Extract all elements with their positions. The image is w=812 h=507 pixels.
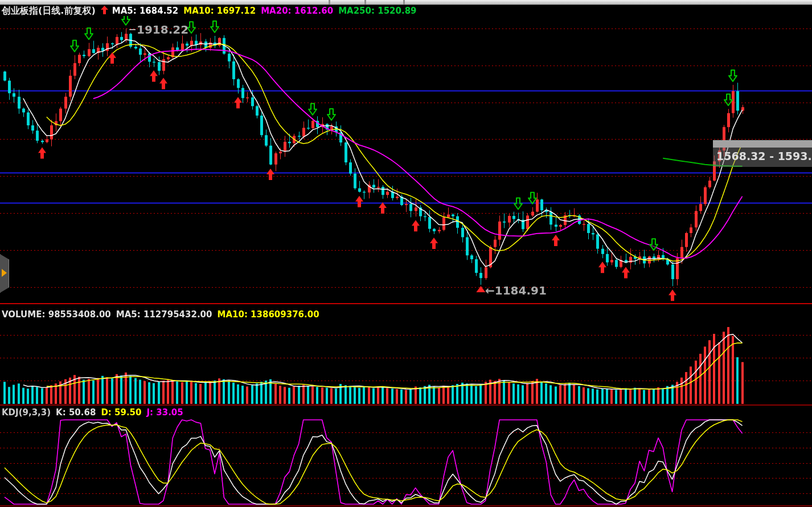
chart-canvas[interactable] (0, 0, 812, 507)
symbol-title: 创业板指(日线.前复权) (2, 5, 96, 16)
kdj-pane-header: KDJ(9,3,3)K: 50.68D: 59.50J: 33.05 (2, 407, 194, 418)
expand-arrow-icon (2, 269, 7, 277)
indicator-value: VOLUME: 98553408.00 (2, 309, 111, 320)
low-price-label: ←1184.91 (485, 284, 547, 297)
gap-range-tooltip: 1568.32 - 1593.26 (713, 140, 812, 167)
pane-separator (0, 303, 812, 304)
indicator-value: MA10: 138609376.00 (217, 309, 319, 320)
gap-range-tooltip-bar (713, 140, 812, 148)
toolbar-divider (403, 0, 405, 5)
indicator-value: D: 59.50 (101, 407, 141, 418)
indicator-value: MA250: 1520.89 (338, 6, 416, 16)
pane-separator (0, 505, 812, 506)
main-pane-header: 创业板指(日线.前复权) MA5: 1684.52MA10: 1697.12MA… (2, 5, 427, 17)
toolbar-divider (364, 0, 366, 5)
trend-up-icon (101, 6, 108, 14)
ma-values: MA5: 1684.52MA10: 1697.12MA20: 1612.60MA… (112, 6, 422, 16)
kdj-indicator-name: KDJ(9,3,3) (2, 407, 51, 418)
kdj-values: K: 50.68D: 59.50J: 33.05 (56, 407, 188, 418)
panel-expand-handle[interactable] (0, 254, 9, 293)
indicator-value: MA10: 1697.12 (183, 6, 256, 16)
volume-pane-header: VOLUME: 98553408.00MA5: 112795432.00MA10… (2, 309, 330, 320)
indicator-value: MA20: 1612.60 (261, 6, 333, 16)
indicator-value: MA5: 1684.52 (112, 6, 179, 16)
trading-app-window: 创业板指(日线.前复权) MA5: 1684.52MA10: 1697.12MA… (0, 0, 812, 507)
indicator-value: MA5: 112795432.00 (116, 309, 212, 320)
toolbar-edge (0, 0, 812, 5)
toolbar-divider (329, 0, 330, 5)
gap-range-text: 1568.32 - 1593.26 (713, 148, 812, 167)
volume-values: VOLUME: 98553408.00MA5: 112795432.00MA10… (2, 309, 325, 320)
peak-price-label: 1918.22 (137, 23, 188, 36)
indicator-value: J: 33.05 (147, 407, 183, 418)
indicator-value: K: 50.68 (56, 407, 96, 418)
pane-separator (0, 404, 812, 406)
